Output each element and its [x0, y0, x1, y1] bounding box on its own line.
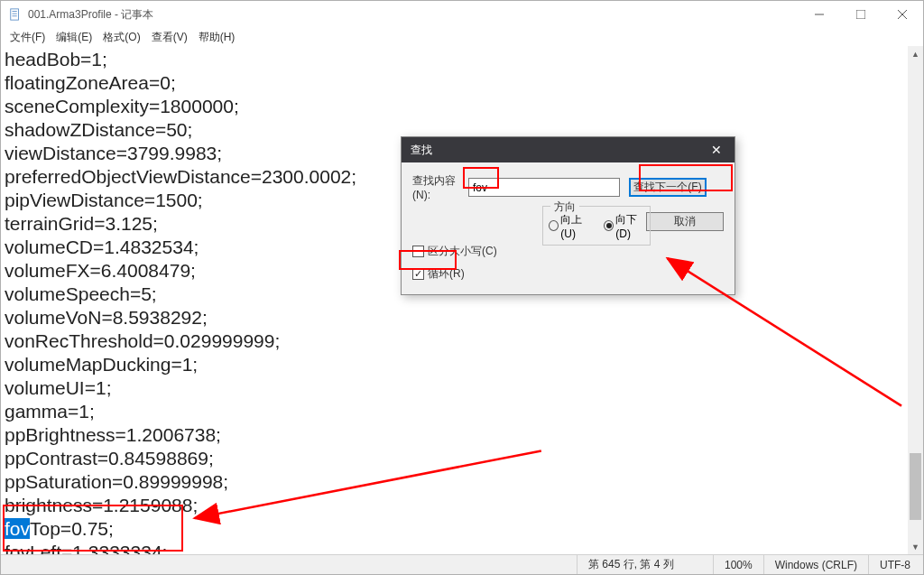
menu-edit[interactable]: 编辑(E) [52, 30, 96, 45]
find-dialog-body: 查找内容(N): 查找下一个(F) 取消 区分大小写(C) 循环(R) [402, 162, 735, 294]
minimize-button[interactable] [799, 1, 840, 28]
scroll-thumb[interactable] [910, 453, 921, 520]
close-button[interactable] [882, 1, 923, 28]
direction-group: 方向 向上(U) 向下(D) [542, 206, 651, 246]
menu-format[interactable]: 格式(O) [99, 30, 143, 45]
menubar: 文件(F) 编辑(E) 格式(O) 查看(V) 帮助(H) [1, 28, 923, 46]
menu-view[interactable]: 查看(V) [148, 30, 191, 45]
menu-help[interactable]: 帮助(H) [195, 30, 239, 45]
svg-rect-0 [11, 9, 19, 20]
find-label: 查找内容(N): [412, 173, 468, 201]
wrap-checkbox[interactable]: 循环(R) [412, 266, 724, 282]
titlebar: 001.Arma3Profile - 记事本 [1, 1, 923, 28]
direction-down-radio[interactable]: 向下(D) [604, 212, 650, 240]
checkbox-checked-icon [412, 268, 424, 280]
find-dialog: 查找 ✕ 查找内容(N): 查找下一个(F) 取消 区分大小写(C) [401, 136, 735, 295]
find-close-button[interactable]: ✕ [698, 137, 735, 162]
content-pane: headBob=1; floatingZoneArea=0; sceneComp… [1, 46, 923, 554]
statusbar: 第 645 行, 第 4 列 100% Windows (CRLF) UTF-8 [1, 554, 923, 574]
find-input[interactable] [468, 178, 620, 197]
status-eol: Windows (CRLF) [764, 559, 868, 571]
scroll-down-arrow[interactable]: ▼ [908, 539, 923, 554]
find-dialog-title: 查找 [411, 143, 432, 158]
scroll-up-arrow[interactable]: ▲ [908, 46, 923, 61]
match-case-label: 区分大小写(C) [428, 244, 497, 259]
find-next-button[interactable]: 查找下一个(F) [629, 178, 707, 197]
direction-legend: 方向 [550, 199, 579, 215]
find-cancel-button[interactable]: 取消 [646, 212, 724, 231]
vertical-scrollbar[interactable]: ▲ ▼ [908, 46, 923, 554]
direction-up-radio[interactable]: 向上(U) [549, 212, 595, 240]
maximize-button[interactable] [840, 1, 882, 28]
window-title: 001.Arma3Profile - 记事本 [28, 7, 153, 23]
scroll-track[interactable] [908, 61, 923, 539]
status-position: 第 645 行, 第 4 列 [578, 557, 713, 572]
find-dialog-titlebar[interactable]: 查找 ✕ [402, 137, 735, 162]
svg-rect-5 [856, 10, 865, 19]
text-editor[interactable]: headBob=1; floatingZoneArea=0; sceneComp… [5, 48, 907, 554]
notepad-icon [8, 7, 23, 22]
menu-file[interactable]: 文件(F) [6, 30, 49, 45]
checkbox-icon [412, 246, 424, 257]
match-case-checkbox[interactable]: 区分大小写(C) [412, 244, 724, 259]
status-encoding: UTF-8 [869, 559, 923, 571]
wrap-label: 循环(R) [428, 266, 465, 282]
status-zoom: 100% [714, 559, 763, 571]
notepad-window: 001.Arma3Profile - 记事本 文件(F) 编辑(E) 格式(O)… [0, 0, 924, 575]
